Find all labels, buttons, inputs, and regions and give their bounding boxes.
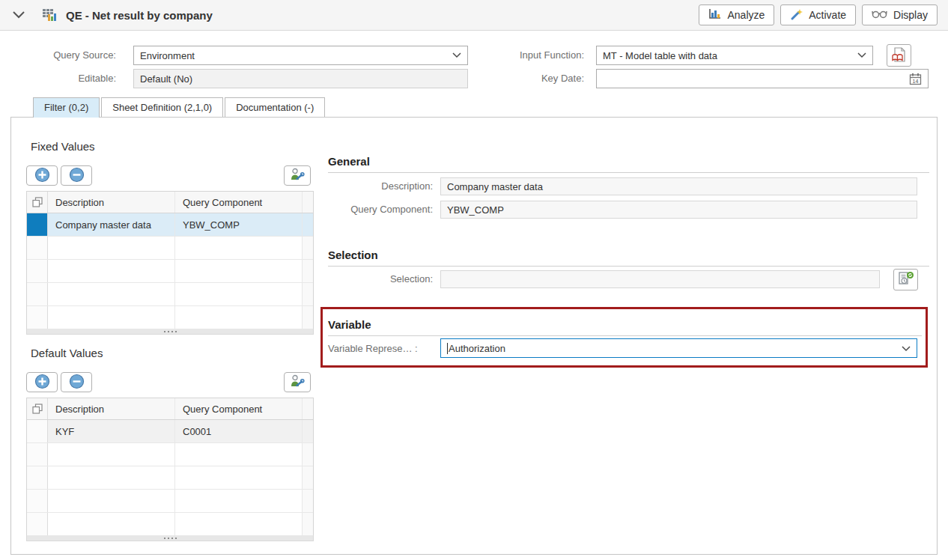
selection-section-title: Selection xyxy=(328,249,929,267)
selection-field[interactable] xyxy=(440,270,880,288)
fixed-remove-row-button[interactable] xyxy=(61,165,92,186)
activate-button-label: Activate xyxy=(809,9,846,21)
tab-sheet-definition[interactable]: Sheet Definition (2,1,0) xyxy=(101,97,223,117)
fixed-table-header: Description Query Component xyxy=(27,192,313,213)
minus-icon xyxy=(69,167,85,185)
open-book-icon xyxy=(892,47,906,64)
query-source-value: Environment xyxy=(140,50,448,61)
plus-icon xyxy=(34,374,50,392)
person-wrench-icon xyxy=(290,168,305,183)
query-source-select[interactable]: Environment xyxy=(133,46,468,65)
query-source-label: Query Source: xyxy=(15,46,116,65)
fixed-personalize-button[interactable] xyxy=(284,165,311,186)
person-wrench-icon xyxy=(290,374,305,390)
clipboard-refresh-icon xyxy=(898,271,914,288)
plus-icon xyxy=(34,167,50,185)
query-component-field[interactable]: YBW_COMP xyxy=(440,201,917,219)
collapse-chevron-icon[interactable] xyxy=(10,7,27,23)
text-caret xyxy=(447,343,448,354)
fixed-add-row-button[interactable] xyxy=(26,165,58,186)
column-filler xyxy=(303,192,313,213)
variable-representation-value: Authorization xyxy=(449,343,902,354)
input-function-value: MT - Model table with data xyxy=(603,50,853,61)
default-values-table: Description Query Component KYF C0001 xyxy=(26,398,314,537)
tab-filter[interactable]: Filter (0,2) xyxy=(33,97,100,118)
key-date-input[interactable]: 14 xyxy=(596,69,929,88)
calendar-icon[interactable]: 14 xyxy=(909,73,922,85)
default-personalize-button[interactable] xyxy=(284,372,311,392)
glasses-icon xyxy=(872,9,887,21)
table-row-empty[interactable] xyxy=(27,283,313,306)
tab-strip: Filter (0,2) Sheet Definition (2,1,0) Do… xyxy=(33,97,326,118)
column-header-description[interactable]: Description xyxy=(48,192,175,213)
application-window: QE - Net result by company Analyze xyxy=(0,0,948,560)
default-values-title: Default Values xyxy=(31,347,103,359)
key-date-label: Key Date: xyxy=(479,69,584,88)
variable-section-title: Variable xyxy=(328,318,922,336)
description-label: Description: xyxy=(328,177,433,195)
analyze-button-label: Analyze xyxy=(727,9,765,21)
magic-wand-icon xyxy=(790,8,803,22)
chevron-down-icon xyxy=(452,52,461,58)
analyze-button[interactable]: Analyze xyxy=(699,4,774,25)
description-value: Company master data xyxy=(447,181,543,192)
display-button[interactable]: Display xyxy=(862,4,938,25)
table-row-empty[interactable] xyxy=(27,466,313,490)
variable-highlight-box xyxy=(320,307,928,368)
column-filler xyxy=(303,398,313,419)
copy-rows-icon[interactable] xyxy=(27,192,48,213)
column-header-description[interactable]: Description xyxy=(48,398,175,419)
minus-icon xyxy=(69,374,85,392)
chevron-down-icon xyxy=(902,343,911,354)
input-function-select[interactable]: MT - Model table with data xyxy=(596,46,873,65)
fixed-values-table: Description Query Component Company mast… xyxy=(26,191,314,330)
query-component-value: YBW_COMP xyxy=(447,204,504,216)
input-function-label: Input Function: xyxy=(479,46,584,65)
header-bar: QE - Net result by company Analyze xyxy=(0,0,948,31)
query-object-icon xyxy=(40,7,57,23)
table-row-empty[interactable] xyxy=(27,490,313,513)
edit-selection-button[interactable] xyxy=(893,269,918,290)
filter-tab-panel: Fixed Values xyxy=(10,117,938,555)
copy-rows-icon[interactable] xyxy=(27,398,48,419)
general-section-title: General xyxy=(328,155,929,173)
header-actions: Analyze Activate xyxy=(699,4,938,25)
table-row-empty[interactable] xyxy=(27,260,313,283)
selection-label: Selection: xyxy=(328,270,433,288)
default-remove-row-button[interactable] xyxy=(61,372,92,392)
page-title: QE - Net result by company xyxy=(66,9,213,22)
table-row-empty[interactable] xyxy=(27,237,313,260)
display-button-label: Display xyxy=(893,9,928,21)
cell-description[interactable]: Company master data xyxy=(48,213,175,236)
activate-button[interactable]: Activate xyxy=(780,4,856,25)
column-header-query-component[interactable]: Query Component xyxy=(175,398,303,419)
chevron-down-icon xyxy=(857,52,866,58)
svg-text:14: 14 xyxy=(913,78,919,83)
query-component-label: Query Component: xyxy=(328,201,433,219)
default-add-row-button[interactable] xyxy=(26,372,58,392)
editable-value: Default (No) xyxy=(140,73,461,85)
default-table-resize-grip[interactable] xyxy=(26,535,314,541)
editable-label: Editable: xyxy=(15,69,116,88)
cell-query-component[interactable]: C0001 xyxy=(175,420,303,442)
row-selector-cell[interactable] xyxy=(27,420,48,442)
description-field[interactable]: Company master data xyxy=(440,177,917,195)
fixed-table-resize-grip[interactable] xyxy=(26,329,314,335)
row-selector-cell[interactable] xyxy=(27,213,48,236)
column-header-query-component[interactable]: Query Component xyxy=(175,192,303,213)
cell-query-component[interactable]: YBW_COMP xyxy=(175,213,303,236)
bar-chart-icon xyxy=(708,8,721,22)
cell-description[interactable]: KYF xyxy=(48,420,175,442)
editable-field: Default (No) xyxy=(133,69,468,88)
documentation-button[interactable] xyxy=(887,44,911,67)
table-row-empty[interactable] xyxy=(27,513,313,536)
table-row-selected[interactable]: Company master data YBW_COMP xyxy=(27,213,313,237)
tab-documentation[interactable]: Documentation (-) xyxy=(225,97,325,117)
table-row-empty[interactable] xyxy=(27,306,313,329)
variable-representation-select[interactable]: Authorization xyxy=(440,338,917,358)
table-row[interactable]: KYF C0001 xyxy=(27,420,313,443)
variable-representation-label: Variable Represe… : xyxy=(328,340,433,358)
fixed-values-title: Fixed Values xyxy=(31,140,95,153)
table-row-empty[interactable] xyxy=(27,443,313,466)
default-table-header: Description Query Component xyxy=(27,398,313,420)
